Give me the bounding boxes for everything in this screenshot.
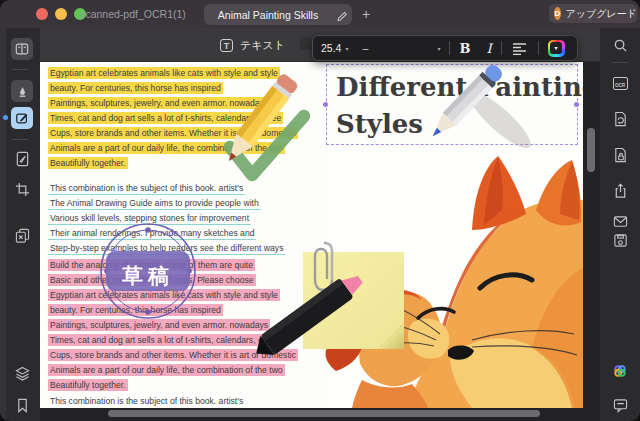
- format-bar: 25.4 ▾ – ▾ B I ▾: [312, 35, 578, 61]
- text-line: Cups, store brands and other items. Whet…: [48, 348, 328, 363]
- text-line: This combination is the subject of this …: [48, 394, 328, 409]
- text-line: Step-by-step examples to help readers se…: [48, 241, 328, 256]
- new-tab-button[interactable]: +: [356, 3, 376, 25]
- divider: [538, 41, 539, 55]
- account-avatar[interactable]: D: [554, 7, 561, 20]
- tab-label: Animal Painting Skills: [204, 9, 332, 21]
- vertical-scrollbar-thumb[interactable]: [587, 128, 595, 172]
- text-tool-icon: T: [220, 39, 233, 52]
- edit-pdf-button[interactable]: [11, 107, 33, 129]
- horizontal-scrollbar-thumb[interactable]: [108, 410, 540, 417]
- vertical-scrollbar-track[interactable]: [583, 62, 600, 408]
- tab-scanned-pdf[interactable]: scanned-pdf_OCR1(1): [70, 0, 196, 28]
- bookmark-button[interactable]: [13, 396, 31, 414]
- ocr-icon: OCR: [613, 77, 628, 90]
- text-line: Times, cat and dog art sells a lot of t-…: [48, 333, 328, 348]
- markup-tool-button[interactable]: [11, 80, 33, 102]
- rename-tab-pencil-icon[interactable]: [332, 6, 352, 24]
- divider: [501, 41, 502, 55]
- paragraph-plain[interactable]: This combination is the subject of this …: [48, 394, 328, 409]
- text-tool-label: テキスト: [240, 38, 285, 53]
- crop-pages-button[interactable]: [13, 180, 31, 198]
- search-button[interactable]: [611, 36, 629, 54]
- text-line: Beautifully together.: [48, 378, 328, 393]
- layers-button[interactable]: [13, 364, 31, 382]
- text-line: The Animal Drawing Guide aims to provide…: [48, 196, 328, 211]
- active-tool-indicator: [3, 115, 8, 120]
- app-window: scanned-pdf_OCR1(1) Animal Painting Skil…: [0, 0, 640, 421]
- convert-button[interactable]: [611, 110, 629, 128]
- text-line: Egyptian art celebrates animals like cat…: [48, 288, 328, 303]
- color-chevron-icon: ▾: [548, 40, 565, 57]
- text-line: Paintings, sculptures, jewelry, and even…: [48, 318, 328, 333]
- paragraph-pink-highlight[interactable]: Build the anatomy of animals, some of th…: [48, 258, 328, 393]
- font-size-chevron-icon[interactable]: ▾: [345, 45, 348, 52]
- left-sidebar-strip: [0, 28, 6, 421]
- divider: [612, 62, 628, 63]
- fill-sign-button[interactable]: [13, 150, 31, 168]
- paperclip-icon: [313, 240, 337, 298]
- bold-button[interactable]: B: [459, 41, 470, 56]
- font-size-value[interactable]: 25.4: [321, 42, 341, 54]
- italic-button[interactable]: I: [486, 41, 491, 56]
- titlebar: scanned-pdf_OCR1(1) Animal Painting Skil…: [0, 0, 640, 28]
- text-line: Their animal renderings. I provide many …: [48, 226, 328, 241]
- font-family-value: –: [362, 42, 433, 54]
- align-button[interactable]: [511, 39, 529, 57]
- text-line: Egyptian art celebrates animals like cat…: [48, 66, 328, 81]
- upgrade-button[interactable]: D アップグレード: [549, 4, 637, 23]
- text-line: Paintings, sculptures, jewelry, and even…: [48, 96, 328, 111]
- text-line: Beautifully together.: [48, 156, 328, 171]
- upgrade-label: アップグレード: [566, 7, 637, 21]
- close-button[interactable]: [36, 8, 48, 20]
- divider: [12, 139, 28, 140]
- protect-button[interactable]: [611, 146, 629, 164]
- organize-pages-button[interactable]: [13, 226, 31, 244]
- text-line: Animals are a part of our daily life, th…: [48, 141, 328, 156]
- selection-handle-left[interactable]: [323, 102, 328, 107]
- divider: [449, 41, 450, 55]
- text-line: Cups, store brands and other items. Whet…: [48, 126, 328, 141]
- font-family-chevron-icon: ▾: [437, 45, 440, 52]
- text-line: This combination is the subject of this …: [48, 181, 328, 196]
- paragraph-teal-underline[interactable]: This combination is the subject of this …: [48, 181, 328, 256]
- text-line: beauty. For centuries, this horse has in…: [48, 81, 328, 96]
- text-line: Times, cat and dog art sells a lot of t-…: [48, 111, 328, 126]
- font-family-select[interactable]: – ▾: [362, 42, 440, 54]
- text-line: Basic and other more advanced ones. Plea…: [48, 273, 328, 288]
- font-color-button[interactable]: ▾: [548, 40, 565, 57]
- text-line: Various skill levels, stepping stones fo…: [48, 211, 328, 226]
- ocr-button[interactable]: OCR: [611, 74, 629, 92]
- comment-feedback-button[interactable]: [611, 396, 629, 414]
- reader-view-button[interactable]: [11, 38, 33, 60]
- text-line: Build the anatomy of animals, some of th…: [48, 258, 328, 273]
- ai-assistant-button[interactable]: [611, 362, 629, 380]
- mail-button[interactable]: [611, 212, 629, 230]
- save-button[interactable]: [611, 231, 629, 249]
- text-line: Animals are a part of our daily life, th…: [48, 363, 328, 378]
- document-title[interactable]: Different PaintingStyles: [336, 69, 600, 143]
- divider: [12, 69, 28, 70]
- share-button[interactable]: [611, 182, 629, 200]
- text-line: beauty. For centuries, this horse has in…: [48, 303, 328, 318]
- tab-animal-painting-skills[interactable]: Animal Painting Skills: [204, 4, 352, 25]
- paragraph-yellow-highlight[interactable]: Egyptian art celebrates animals like cat…: [48, 66, 328, 171]
- text-tool-button[interactable]: T テキスト: [220, 36, 285, 54]
- minimize-button[interactable]: [55, 8, 67, 20]
